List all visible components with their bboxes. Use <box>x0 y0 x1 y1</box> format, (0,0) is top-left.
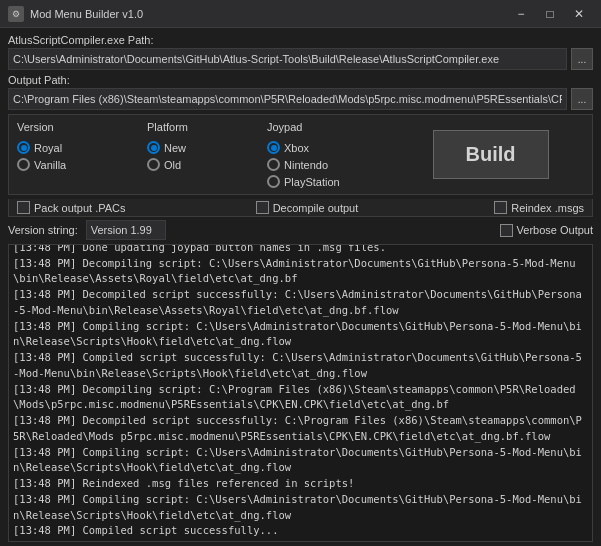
old-radio[interactable]: Old <box>147 158 267 171</box>
title-bar-title: Mod Menu Builder v1.0 <box>30 8 507 20</box>
log-line: [13:48 PM] Decompiled script successfull… <box>13 413 588 445</box>
royal-label: Royal <box>34 142 62 154</box>
log-area[interactable]: [13:48 PM] Unpacked .PAC: C:\Users\Admin… <box>8 244 593 542</box>
decompile-checkbox[interactable]: Decompile output <box>256 201 495 214</box>
verbose-box <box>500 224 513 237</box>
xbox-radio[interactable]: Xbox <box>267 141 397 154</box>
old-label: Old <box>164 159 181 171</box>
version-group: Version Royal Vanilla <box>17 121 147 188</box>
minimize-button[interactable]: − <box>507 0 535 28</box>
pack-output-checkbox[interactable]: Pack output .PACs <box>17 201 256 214</box>
compiler-path-label: AtlusScriptCompiler.exe Path: <box>8 34 593 46</box>
log-line: [13:48 PM] Compiling script: C:\Users\Ad… <box>13 319 588 351</box>
main-content: AtlusScriptCompiler.exe Path: ... Output… <box>0 28 601 546</box>
royal-radio-btn <box>17 141 30 154</box>
title-bar: ⚙ Mod Menu Builder v1.0 − □ ✕ <box>0 0 601 28</box>
log-line: [13:48 PM] Decompiled script successfull… <box>13 287 588 319</box>
options-panel: Version Royal Vanilla Platform New Old <box>8 114 593 195</box>
vanilla-radio[interactable]: Vanilla <box>17 158 147 171</box>
log-line: [13:48 PM] Decompiling script: C:\Users\… <box>13 256 588 288</box>
platform-title: Platform <box>147 121 267 133</box>
version-title: Version <box>17 121 147 133</box>
joypad-title: Joypad <box>267 121 397 133</box>
playstation-label: PlayStation <box>284 176 340 188</box>
reindex-label: Reindex .msgs <box>511 202 584 214</box>
verbose-label: Verbose Output <box>517 224 593 236</box>
output-path-group: Output Path: ... <box>8 74 593 110</box>
xbox-label: Xbox <box>284 142 309 154</box>
nintendo-label: Nintendo <box>284 159 328 171</box>
build-area: Build <box>397 121 584 188</box>
close-button[interactable]: ✕ <box>565 0 593 28</box>
decompile-area: Decompile output <box>256 201 495 214</box>
window-controls: − □ ✕ <box>507 0 593 28</box>
log-line: [13:48 PM] Compiling script: C:\Users\Ad… <box>13 445 588 477</box>
joypad-group: Joypad Xbox Nintendo PlayStation <box>267 121 397 188</box>
output-path-input[interactable] <box>8 88 567 110</box>
output-path-browse-button[interactable]: ... <box>571 88 593 110</box>
decompile-label: Decompile output <box>273 202 359 214</box>
log-line: [13:48 PM] Compiled script successfully:… <box>13 350 588 382</box>
version-string-input[interactable] <box>86 220 166 240</box>
playstation-radio[interactable]: PlayStation <box>267 175 397 188</box>
old-radio-btn <box>147 158 160 171</box>
vanilla-label: Vanilla <box>34 159 66 171</box>
pack-output-label: Pack output .PACs <box>34 202 126 214</box>
verbose-checkbox[interactable]: Verbose Output <box>500 224 593 237</box>
compiler-path-browse-button[interactable]: ... <box>571 48 593 70</box>
pack-output-area: Pack output .PACs <box>17 201 256 214</box>
log-line: [13:48 PM] Done updating joypad button n… <box>13 244 588 256</box>
compiler-path-row: ... <box>8 48 593 70</box>
output-path-row: ... <box>8 88 593 110</box>
reindex-checkbox[interactable]: Reindex .msgs <box>494 201 584 214</box>
platform-group: Platform New Old <box>147 121 267 188</box>
nintendo-radio-btn <box>267 158 280 171</box>
log-line: [13:48 PM] Decompiling script: C:\Progra… <box>13 382 588 414</box>
app-icon: ⚙ <box>8 6 24 22</box>
vanilla-radio-btn <box>17 158 30 171</box>
new-radio[interactable]: New <box>147 141 267 154</box>
nintendo-radio[interactable]: Nintendo <box>267 158 397 171</box>
xbox-radio-btn <box>267 141 280 154</box>
pack-output-box <box>17 201 30 214</box>
log-line: [13:48 PM] Compiled script successfully.… <box>13 523 588 539</box>
decompile-box <box>256 201 269 214</box>
build-button[interactable]: Build <box>433 130 549 179</box>
checkboxes-row: Pack output .PACs Decompile output Reind… <box>8 199 593 217</box>
reindex-box <box>494 201 507 214</box>
reindex-area: Reindex .msgs <box>494 201 584 214</box>
compiler-path-group: AtlusScriptCompiler.exe Path: ... <box>8 34 593 70</box>
playstation-radio-btn <box>267 175 280 188</box>
new-label: New <box>164 142 186 154</box>
log-line: [13:48 PM] Reindexed .msg files referenc… <box>13 476 588 492</box>
log-line: [13:48 PM] Compiling script: C:\Users\Ad… <box>13 492 588 524</box>
output-path-label: Output Path: <box>8 74 593 86</box>
maximize-button[interactable]: □ <box>536 0 564 28</box>
royal-radio[interactable]: Royal <box>17 141 147 154</box>
compiler-path-input[interactable] <box>8 48 567 70</box>
new-radio-btn <box>147 141 160 154</box>
version-string-label: Version string: <box>8 224 78 236</box>
version-string-row: Version string: Verbose Output <box>8 220 593 240</box>
